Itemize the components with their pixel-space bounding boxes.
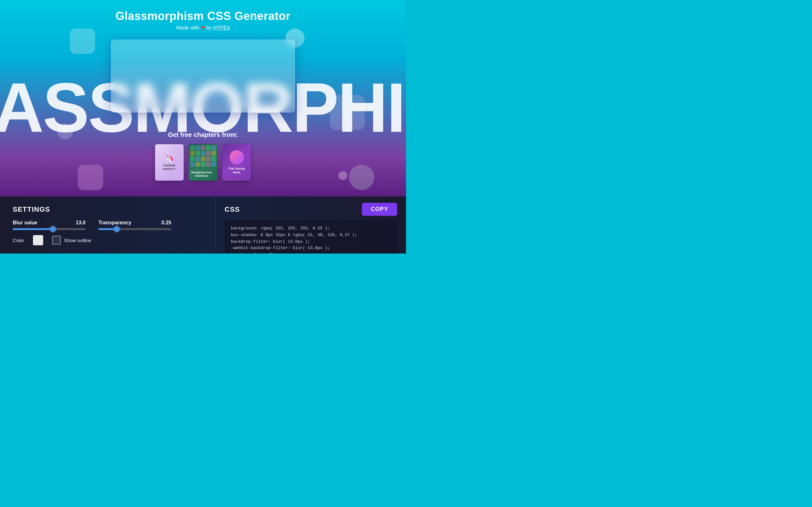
css-title: CSS — [224, 205, 240, 214]
book-startup[interactable]: That Startup Book — [222, 144, 251, 181]
blur-header: Blur value 13.0 — [13, 220, 86, 226]
promo-heading: Get free chapters from: — [155, 131, 251, 138]
outline-label: Show outline — [64, 238, 91, 243]
deco-shape-right-small — [339, 171, 347, 180]
book-designing-title: Designing UserInterfaces — [191, 171, 212, 178]
page-title: Glassmorphism CSS Generator — [115, 9, 291, 23]
copy-button[interactable]: COPY — [362, 203, 397, 216]
subtitle-prefix: Made with — [176, 25, 200, 31]
grid-pattern — [189, 144, 217, 168]
settings-title: SETTINGS — [13, 205, 203, 214]
outline-checkbox-group[interactable]: Show outline — [52, 236, 91, 245]
subtitle-by: by — [206, 25, 212, 31]
deco-shape-midleft — [57, 124, 73, 139]
deco-shape-bottomleft — [78, 165, 103, 190]
deco-shape-bottomright-circle — [349, 165, 374, 190]
transparency-thumb[interactable] — [114, 226, 119, 232]
deco-shape-bottomright — [330, 95, 365, 130]
heart-icon: ❤ — [201, 25, 205, 31]
blur-value: 13.0 — [76, 220, 86, 226]
controls-row: Blur value 13.0 Transparency 0.25 — [13, 220, 203, 230]
glass-card — [111, 40, 295, 112]
book-startup-title: That Startup Book — [225, 167, 248, 174]
deco-shape-topleft — [70, 29, 95, 54]
css-panel: CSS COPY background: rgba( 255, 255, 255… — [216, 196, 406, 253]
css-header: CSS COPY — [224, 203, 397, 216]
outline-checkbox[interactable] — [52, 236, 61, 245]
blur-slider[interactable] — [13, 228, 86, 230]
settings-panel: SETTINGS Blur value 13.0 Transparency 0.… — [0, 196, 216, 253]
blur-thumb[interactable] — [50, 226, 56, 232]
transparency-slider[interactable] — [98, 228, 171, 230]
startup-logo — [230, 150, 244, 164]
transparency-label: Transparency — [98, 220, 131, 226]
color-swatch[interactable] — [33, 235, 43, 245]
transparency-value: 0.25 — [161, 220, 171, 226]
blur-label: Blur value — [13, 220, 37, 226]
book-icon: 🦄 — [165, 154, 174, 163]
blur-control: Blur value 13.0 — [13, 220, 86, 230]
top-section: GLASSMORPHISM Glassmorphism CSS Generato… — [0, 0, 406, 196]
transparency-header: Transparency 0.25 — [98, 220, 171, 226]
bottom-section: SETTINGS Blur value 13.0 Transparency 0.… — [0, 196, 406, 253]
css-code-box: background: rgba( 255, 255, 255, 0.25 );… — [224, 220, 397, 253]
subtitle: Made with ❤ by HYPE4 — [115, 25, 291, 31]
books-row: 🦄 frontendunicorn + — [155, 144, 251, 181]
color-label: Color — [13, 238, 24, 243]
transparency-control: Transparency 0.25 — [98, 220, 171, 230]
book-frontend-title: frontendunicorn + — [163, 164, 176, 171]
book-frontend-unicorn[interactable]: 🦄 frontendunicorn + — [155, 144, 184, 181]
color-outline-row: Color Show outline — [13, 235, 203, 245]
header: Glassmorphism CSS Generator Made with ❤ … — [115, 0, 291, 31]
promo-section: Get free chapters from: 🦄 frontendunicor… — [155, 131, 251, 181]
css-code: background: rgba( 255, 255, 255, 0.25 );… — [231, 225, 391, 253]
hype4-link[interactable]: HYPE4 — [213, 25, 230, 31]
book-designing-ui[interactable]: Designing UserInterfaces — [189, 144, 217, 181]
